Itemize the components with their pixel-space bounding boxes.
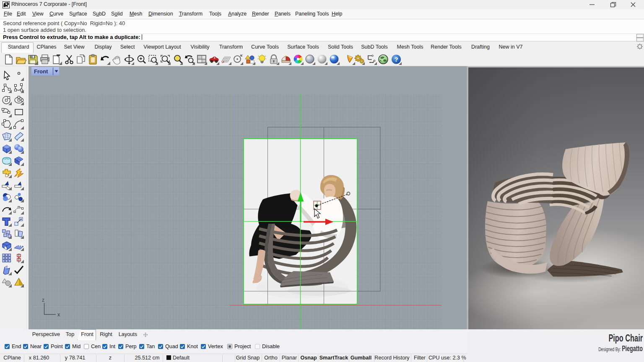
svg-text:x: x — [57, 312, 60, 318]
svg-text:z: z — [42, 297, 44, 303]
svg-text:?: ? — [394, 56, 398, 63]
